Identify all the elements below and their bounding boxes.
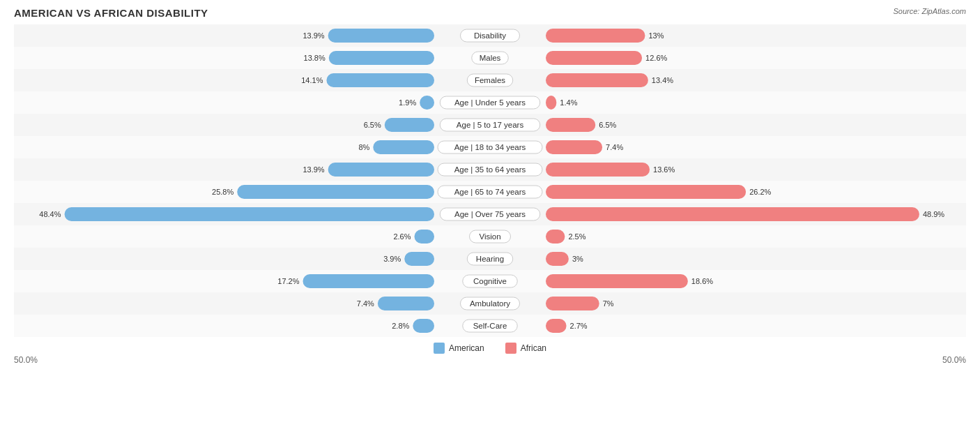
footer-left: 50.0% xyxy=(14,355,38,365)
legend-american: American xyxy=(434,343,484,354)
svg-text:3%: 3% xyxy=(572,255,583,263)
svg-text:Age | 65 to 74 years: Age | 65 to 74 years xyxy=(454,188,526,196)
svg-rect-8 xyxy=(329,51,434,65)
svg-rect-2 xyxy=(546,29,645,43)
svg-text:13%: 13% xyxy=(648,31,664,40)
svg-text:13.4%: 13.4% xyxy=(652,76,673,84)
svg-text:Males: Males xyxy=(480,54,501,62)
legend-american-label: American xyxy=(449,343,484,353)
svg-text:18.6%: 18.6% xyxy=(691,277,713,285)
svg-text:6.5%: 6.5% xyxy=(364,121,381,129)
legend-american-box xyxy=(434,343,445,354)
svg-rect-71 xyxy=(404,252,434,266)
svg-text:17.2%: 17.2% xyxy=(277,277,299,285)
legend-african: African xyxy=(505,343,546,354)
svg-text:13.6%: 13.6% xyxy=(653,165,675,174)
svg-text:6.5%: 6.5% xyxy=(599,121,616,129)
svg-text:1.9%: 1.9% xyxy=(399,98,416,107)
svg-rect-58 xyxy=(546,207,919,221)
svg-rect-64 xyxy=(415,230,434,244)
svg-text:Age | 35 to 64 years: Age | 35 to 64 years xyxy=(454,165,526,174)
svg-text:25.8%: 25.8% xyxy=(212,188,233,196)
chart-title: AMERICAN VS AFRICAN DISABILITY xyxy=(14,7,208,19)
svg-text:Age | 5 to 17 years: Age | 5 to 17 years xyxy=(457,121,524,129)
svg-rect-79 xyxy=(546,274,688,288)
chart-footer: 50.0% 50.0% xyxy=(14,355,966,365)
svg-text:Females: Females xyxy=(475,76,505,84)
svg-rect-43 xyxy=(328,163,434,177)
svg-rect-23 xyxy=(546,96,556,110)
svg-text:26.2%: 26.2% xyxy=(749,188,771,196)
svg-text:Cognitive: Cognitive xyxy=(473,277,507,285)
svg-rect-50 xyxy=(237,185,434,199)
svg-text:2.5%: 2.5% xyxy=(568,232,585,241)
svg-text:7.4%: 7.4% xyxy=(357,299,374,308)
svg-rect-36 xyxy=(373,140,434,154)
svg-rect-51 xyxy=(546,185,746,199)
svg-rect-93 xyxy=(546,319,567,333)
svg-rect-1 xyxy=(328,29,434,43)
svg-rect-78 xyxy=(303,274,434,288)
svg-text:Ambulatory: Ambulatory xyxy=(470,299,510,308)
svg-text:Age | 18 to 34 years: Age | 18 to 34 years xyxy=(454,143,526,151)
svg-text:13.9%: 13.9% xyxy=(303,165,324,174)
svg-rect-9 xyxy=(546,51,642,65)
svg-text:Age | Under 5 years: Age | Under 5 years xyxy=(454,98,526,107)
svg-text:2.6%: 2.6% xyxy=(393,232,411,241)
svg-text:Age | Over 75 years: Age | Over 75 years xyxy=(454,210,526,218)
chart-body: Disability13.9%13%Males13.8%12.6%Females… xyxy=(14,24,966,340)
svg-text:48.9%: 48.9% xyxy=(923,210,944,218)
chart-source: Source: ZipAtlas.com xyxy=(893,7,966,15)
svg-rect-15 xyxy=(326,73,434,87)
svg-rect-30 xyxy=(546,118,595,132)
svg-text:14.1%: 14.1% xyxy=(301,76,323,84)
bar-chart-svg: Disability13.9%13%Males13.8%12.6%Females… xyxy=(14,24,966,337)
svg-text:7.4%: 7.4% xyxy=(606,143,623,151)
svg-text:12.6%: 12.6% xyxy=(645,54,667,62)
svg-text:48.4%: 48.4% xyxy=(39,210,61,218)
svg-rect-29 xyxy=(385,118,434,132)
svg-text:Disability: Disability xyxy=(474,31,506,40)
chart-legend: American African xyxy=(14,343,966,354)
svg-rect-16 xyxy=(546,73,648,87)
chart-container: AMERICAN VS AFRICAN DISABILITY Source: Z… xyxy=(0,0,980,427)
footer-right: 50.0% xyxy=(942,355,966,365)
svg-text:13.8%: 13.8% xyxy=(304,54,326,62)
chart-header: AMERICAN VS AFRICAN DISABILITY Source: Z… xyxy=(14,7,966,19)
svg-rect-44 xyxy=(546,163,650,177)
svg-text:Self-Care: Self-Care xyxy=(473,322,507,330)
svg-text:1.4%: 1.4% xyxy=(560,98,577,107)
svg-rect-72 xyxy=(546,252,569,266)
svg-text:2.8%: 2.8% xyxy=(392,322,409,330)
svg-rect-57 xyxy=(65,207,434,221)
legend-african-box xyxy=(505,343,516,354)
legend-african-label: African xyxy=(521,343,546,353)
svg-rect-65 xyxy=(546,230,565,244)
svg-text:2.7%: 2.7% xyxy=(570,322,588,330)
svg-text:13.9%: 13.9% xyxy=(303,31,324,40)
svg-text:Vision: Vision xyxy=(479,232,500,241)
svg-text:Hearing: Hearing xyxy=(476,255,504,263)
svg-text:7%: 7% xyxy=(603,299,614,308)
svg-text:3.9%: 3.9% xyxy=(383,255,401,263)
svg-text:8%: 8% xyxy=(358,143,369,151)
svg-rect-37 xyxy=(546,140,602,154)
svg-rect-85 xyxy=(378,297,434,310)
svg-rect-92 xyxy=(413,319,434,333)
svg-rect-86 xyxy=(546,297,599,310)
svg-rect-22 xyxy=(420,96,434,110)
